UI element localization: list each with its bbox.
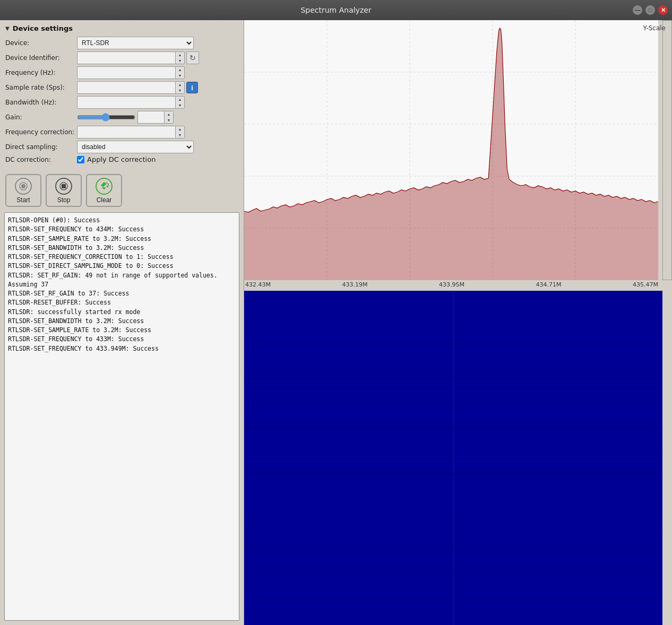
gain-down[interactable]: ▼	[165, 117, 173, 123]
start-label: Start	[16, 196, 30, 204]
freq-correction-down[interactable]: ▼	[176, 132, 184, 138]
direct-sampling-row: Direct sampling: disabled	[5, 141, 238, 153]
direct-sampling-select[interactable]: disabled	[77, 141, 194, 153]
sample-rate-down[interactable]: ▼	[176, 88, 184, 93]
dc-correction-control: Apply DC correction	[77, 155, 238, 163]
collapse-arrow-icon[interactable]: ▼	[5, 25, 10, 31]
maximize-button[interactable]: □	[645, 5, 655, 15]
freq-correction-spinbox: 1 ▲ ▼	[77, 126, 185, 138]
start-button[interactable]: Start	[5, 174, 41, 207]
gain-arrows: ▲ ▼	[164, 111, 174, 124]
gain-control: 49 ▲ ▼	[77, 111, 238, 124]
clear-label: Clear	[97, 196, 112, 204]
frequency-arrows: ▲ ▼	[175, 66, 185, 79]
freq-correction-input[interactable]: 1	[77, 126, 175, 138]
right-panel: Y-Scale	[244, 20, 672, 625]
dc-correction-checkbox-row: Apply DC correction	[77, 155, 156, 163]
gain-slider[interactable]	[77, 112, 135, 122]
spectrum-svg	[244, 20, 658, 280]
app-title: Spectrum Analyzer	[300, 6, 371, 14]
freq-label-4: 435.47M	[633, 281, 658, 288]
device-select[interactable]: RTL-SDR	[77, 37, 194, 49]
waterfall-wrapper: ▲ ▼	[244, 291, 672, 625]
spectrum-display	[244, 20, 658, 280]
freq-label-3: 434.71M	[536, 281, 562, 288]
bandwidth-arrows: ▲ ▼	[175, 96, 185, 109]
device-identifier-up[interactable]: ▲	[176, 52, 184, 58]
frequency-control: 433.94921875M ▲ ▼	[77, 66, 238, 79]
action-buttons-row: Start Stop	[0, 170, 244, 212]
bandwidth-label: Bandwidth (Hz):	[5, 99, 77, 106]
freq-label-2: 433.95M	[439, 281, 464, 288]
section-header: ▼ Device settings	[5, 24, 238, 32]
dc-correction-row: DC correction: Apply DC correction	[5, 155, 238, 163]
dc-correction-checkbox[interactable]	[77, 156, 84, 163]
clear-button[interactable]: Clear	[86, 174, 122, 207]
window-controls: — □ ✕	[633, 5, 668, 15]
sample-rate-spinbox: 3.1999999999M ▲ ▼	[77, 81, 185, 94]
freq-correction-row: Frequency correction: 1 ▲ ▼	[5, 126, 238, 138]
stop-button[interactable]: Stop	[46, 174, 82, 207]
waterfall-display	[244, 291, 662, 625]
device-settings-panel: ▼ Device settings Device: RTL-SDR Device…	[0, 20, 244, 170]
frequency-row: Frequency (Hz): 433.94921875M ▲ ▼	[5, 66, 238, 79]
stop-icon	[55, 178, 72, 195]
device-identifier-row: Device Identifier: ▲ ▼ ↻	[5, 51, 238, 64]
device-row: Device: RTL-SDR	[5, 37, 238, 49]
frequency-axis: 432.43M 433.19M 433.95M 434.71M 435.47M	[244, 280, 658, 289]
sample-rate-arrows: ▲ ▼	[175, 81, 185, 94]
sample-rate-row: Sample rate (Sps): 3.1999999999M ▲ ▼ i	[5, 81, 238, 94]
y-scale-label: Y-Scale	[643, 24, 666, 32]
bandwidth-spinbox: 3.1999999999M ▲ ▼	[77, 96, 185, 109]
minimize-button[interactable]: —	[633, 5, 642, 15]
close-button[interactable]: ✕	[658, 5, 668, 15]
sample-rate-up[interactable]: ▲	[176, 82, 184, 88]
stop-label: Stop	[57, 196, 71, 204]
device-control: RTL-SDR	[77, 37, 238, 49]
sample-rate-input[interactable]: 3.1999999999M	[77, 81, 175, 94]
device-identifier-arrows: ▲ ▼	[175, 51, 185, 64]
svg-point-1	[21, 184, 25, 188]
gain-label: Gain:	[5, 114, 77, 121]
device-identifier-down[interactable]: ▼	[176, 58, 184, 64]
bandwidth-up[interactable]: ▲	[176, 97, 184, 102]
main-layout: ▼ Device settings Device: RTL-SDR Device…	[0, 20, 672, 625]
sample-rate-info-button[interactable]: i	[186, 82, 198, 93]
spectrum-container: Y-Scale	[244, 20, 672, 291]
dc-correction-label: DC correction:	[5, 156, 77, 163]
bandwidth-down[interactable]: ▼	[176, 102, 184, 108]
device-identifier-refresh[interactable]: ↻	[186, 51, 199, 64]
device-identifier-input[interactable]	[77, 51, 175, 64]
bandwidth-input[interactable]: 3.1999999999M	[77, 96, 175, 109]
dc-correction-checkbox-label: Apply DC correction	[87, 155, 156, 163]
clear-icon	[96, 178, 113, 195]
frequency-label: Frequency (Hz):	[5, 69, 77, 76]
direct-sampling-control: disabled	[77, 141, 238, 153]
gain-up[interactable]: ▲	[165, 111, 173, 117]
sample-rate-label: Sample rate (Sps):	[5, 84, 77, 91]
freq-correction-arrows: ▲ ▼	[175, 126, 185, 138]
titlebar: Spectrum Analyzer — □ ✕	[0, 0, 672, 20]
bandwidth-row: Bandwidth (Hz): 3.1999999999M ▲ ▼	[5, 96, 238, 109]
gain-row: Gain: 49 ▲ ▼	[5, 111, 238, 124]
freq-label-1: 433.19M	[342, 281, 368, 288]
device-identifier-label: Device Identifier:	[5, 54, 77, 62]
frequency-up[interactable]: ▲	[176, 67, 184, 73]
gain-spinbox: 49 ▲ ▼	[137, 111, 174, 124]
freq-correction-label: Frequency correction:	[5, 128, 77, 136]
section-title: Device settings	[13, 24, 73, 32]
log-output: RTLSDR-OPEN (#0): Success RTLSDR-SET_FRE…	[4, 212, 239, 621]
frequency-input[interactable]: 433.94921875M	[77, 66, 175, 79]
device-identifier-spinbox: ▲ ▼	[77, 51, 185, 64]
freq-correction-control: 1 ▲ ▼	[77, 126, 238, 138]
freq-correction-up[interactable]: ▲	[176, 126, 184, 132]
start-icon	[15, 178, 32, 195]
gain-input[interactable]: 49	[137, 111, 164, 124]
waterfall-canvas	[244, 291, 662, 625]
svg-rect-3	[62, 184, 66, 188]
sample-rate-control: 3.1999999999M ▲ ▼ i	[77, 81, 238, 94]
frequency-down[interactable]: ▼	[176, 73, 184, 79]
freq-label-0: 432.43M	[245, 281, 271, 288]
left-panel: ▼ Device settings Device: RTL-SDR Device…	[0, 20, 244, 625]
y-scale-scrollbar[interactable]	[662, 20, 672, 280]
